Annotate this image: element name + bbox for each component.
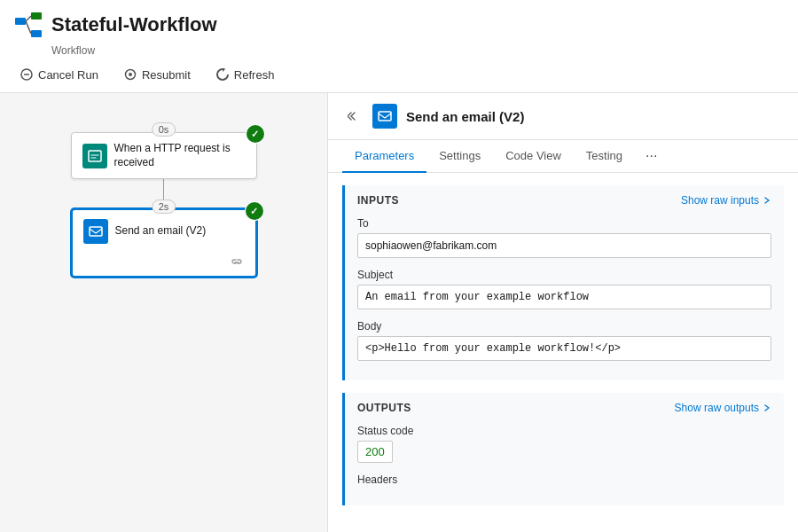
refresh-icon (215, 67, 230, 82)
step2-badge: 2s (152, 200, 176, 214)
cancel-run-button[interactable]: Cancel Run (14, 64, 104, 85)
inputs-title: INPUTS (357, 194, 399, 207)
svg-rect-12 (379, 112, 391, 121)
tab-more-button[interactable]: ··· (638, 141, 664, 171)
field-headers-label: Headers (357, 473, 771, 486)
detail-panel: Send an email (V2) Parameters Settings C… (328, 93, 798, 532)
step1-check-icon (246, 125, 264, 143)
tab-settings[interactable]: Settings (426, 140, 493, 173)
inputs-section: INPUTS Show raw inputs To sophiaowen@fab… (342, 185, 784, 380)
toolbar: Cancel Run Resubmit Refresh (14, 57, 784, 85)
panel-content: INPUTS Show raw inputs To sophiaowen@fab… (328, 173, 798, 532)
tabs-bar: Parameters Settings Code View Testing ··… (328, 140, 798, 173)
step1-badge: 0s (152, 122, 176, 137)
svg-rect-3 (31, 30, 42, 37)
collapse-button[interactable] (342, 106, 364, 127)
svg-point-9 (129, 73, 132, 76)
page-subtitle: Workflow (51, 44, 784, 57)
field-subject: Subject An email from your example workf… (357, 269, 771, 309)
panel-icon (372, 104, 397, 129)
tab-code-view[interactable]: Code View (493, 140, 574, 173)
outputs-section: OUTPUTS Show raw outputs Status code 200… (342, 393, 784, 505)
resubmit-icon (123, 67, 137, 82)
panel-title: Send an email (V2) (406, 109, 524, 124)
workflow-icon (14, 11, 43, 39)
field-to-value: sophiaowen@fabrikam.com (357, 233, 771, 258)
svg-rect-1 (15, 18, 26, 25)
tab-testing[interactable]: Testing (574, 140, 635, 173)
link-icon (231, 256, 245, 270)
step1-icon (82, 144, 107, 168)
field-headers: Headers (357, 473, 771, 486)
step-http-request[interactable]: 0s When a HTTP request is received (71, 132, 257, 179)
page-title: Stateful-Workflow (51, 13, 217, 36)
svg-rect-11 (90, 227, 102, 236)
field-to-label: To (357, 217, 771, 230)
step2-icon (83, 219, 108, 244)
resubmit-button[interactable]: Resubmit (118, 64, 196, 85)
show-raw-outputs-link[interactable]: Show raw outputs (675, 402, 771, 414)
step1-title: When a HTTP request is received (114, 142, 246, 169)
step1-success-indicator (246, 124, 265, 144)
svg-rect-10 (89, 151, 101, 161)
main-container: 0s When a HTTP request is received (0, 93, 798, 532)
field-subject-label: Subject (357, 269, 771, 281)
cancel-icon (20, 67, 34, 82)
field-body: Body <p>Hello from your example workflow… (357, 320, 771, 361)
header: Stateful-Workflow Workflow Cancel Run Re… (0, 0, 798, 93)
field-status-code: Status code 200 (357, 425, 771, 463)
step2-check-icon (246, 202, 263, 220)
workflow-canvas: 0s When a HTTP request is received (0, 93, 328, 532)
step2-title: Send an email (V2) (115, 224, 207, 239)
field-body-value: <p>Hello from your example workflow!</p> (357, 336, 771, 361)
outputs-title: OUTPUTS (357, 402, 411, 414)
tab-parameters[interactable]: Parameters (342, 140, 426, 173)
show-raw-inputs-link[interactable]: Show raw inputs (681, 194, 771, 207)
svg-rect-2 (31, 12, 42, 20)
status-code-value: 200 (357, 441, 393, 463)
field-status-code-label: Status code (357, 425, 771, 437)
field-to: To sophiaowen@fabrikam.com (357, 217, 771, 258)
panel-header: Send an email (V2) (328, 93, 798, 140)
field-body-label: Body (357, 320, 771, 332)
step-send-email[interactable]: 2s Send an email (V2) (71, 208, 257, 278)
field-subject-value: An email from your example workflow (357, 285, 771, 309)
refresh-button[interactable]: Refresh (210, 64, 280, 85)
step2-success-indicator (245, 201, 264, 221)
